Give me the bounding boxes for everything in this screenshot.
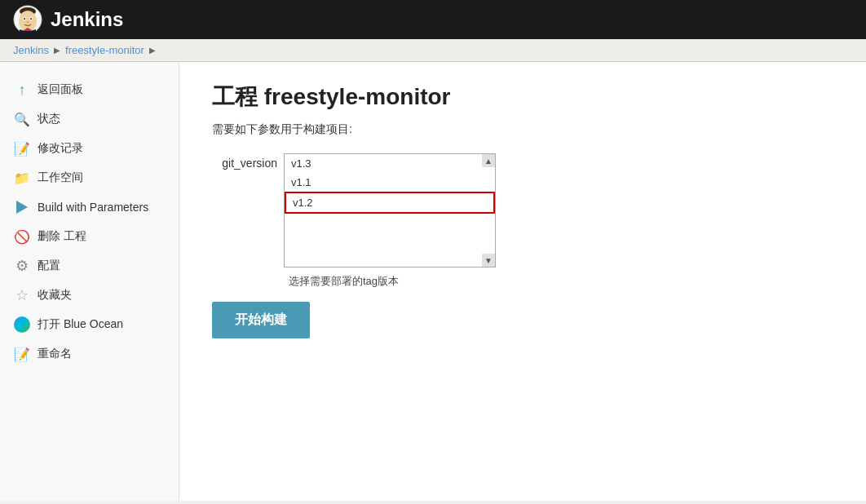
delete-icon — [13, 228, 31, 245]
list-item-v13[interactable]: v1.3 — [285, 154, 495, 173]
breadcrumb-project[interactable]: freestyle-monitor — [65, 44, 144, 56]
rename-icon — [13, 345, 31, 363]
sidebar-label-rename: 重命名 — [38, 347, 72, 361]
breadcrumb-sep-2: ▶ — [149, 46, 156, 55]
param-listbox[interactable]: v1.3 v1.1 v1.2 — [284, 153, 496, 267]
search-icon — [13, 110, 31, 128]
ocean-icon — [13, 316, 31, 334]
star-icon — [13, 286, 31, 304]
build-button[interactable]: 开始构建 — [212, 302, 310, 338]
sidebar-item-rename[interactable]: 重命名 — [0, 339, 179, 369]
sidebar-label-delete: 删除 工程 — [38, 229, 86, 244]
sidebar-label-workspace: 工作空间 — [38, 170, 83, 185]
list-item-v11[interactable]: v1.1 — [285, 173, 495, 192]
breadcrumb: Jenkins ▶ freestyle-monitor ▶ — [0, 39, 866, 62]
sidebar-item-workspace[interactable]: 工作空间 — [0, 163, 179, 192]
main-layout: 返回面板 状态 修改记录 工作空间 Build with Parameters — [0, 62, 866, 501]
list-item-v12[interactable]: v1.2 — [285, 192, 495, 214]
sidebar-label-config: 配置 — [38, 259, 60, 273]
app-title: Jenkins — [51, 8, 123, 31]
play-icon — [13, 198, 31, 216]
param-row: git_version v1.3 v1.1 v1.2 ▲ ▼ — [212, 153, 833, 267]
sidebar-label-changelog: 修改记录 — [38, 141, 83, 156]
sidebar-item-build-with-params[interactable]: Build with Parameters — [0, 192, 179, 222]
sidebar-item-back-to-dashboard[interactable]: 返回面板 — [0, 75, 179, 104]
up-arrow-icon — [13, 81, 31, 99]
svg-point-7 — [27, 21, 29, 23]
sidebar-item-delete[interactable]: 删除 工程 — [0, 222, 179, 251]
sidebar-label-favorites: 收藏夹 — [38, 288, 72, 303]
page-title: 工程 freestyle-monitor — [212, 82, 833, 113]
scroll-up-arrow[interactable]: ▲ — [482, 154, 495, 167]
sidebar-label-ocean: 打开 Blue Ocean — [38, 317, 123, 332]
page-subtitle: 需要如下参数用于构建项目: — [212, 122, 833, 137]
param-select-container: v1.3 v1.1 v1.2 ▲ ▼ — [284, 153, 496, 267]
param-hint: 选择需要部署的tag版本 — [289, 274, 833, 289]
breadcrumb-sep-1: ▶ — [54, 46, 60, 55]
svg-point-6 — [30, 18, 32, 20]
app-header: Jenkins — [0, 0, 866, 39]
scroll-down-arrow[interactable]: ▼ — [482, 254, 495, 267]
breadcrumb-jenkins[interactable]: Jenkins — [13, 44, 49, 56]
sidebar-item-changelog[interactable]: 修改记录 — [0, 134, 179, 163]
gear-icon — [13, 257, 31, 275]
edit-icon — [13, 139, 31, 157]
folder-icon — [13, 169, 31, 187]
main-content: 工程 freestyle-monitor 需要如下参数用于构建项目: git_v… — [179, 62, 866, 501]
sidebar-item-status[interactable]: 状态 — [0, 104, 179, 134]
sidebar-item-blue-ocean[interactable]: 打开 Blue Ocean — [0, 310, 179, 339]
param-label: git_version — [212, 153, 277, 170]
sidebar-label-status: 状态 — [38, 112, 60, 126]
sidebar-item-config[interactable]: 配置 — [0, 251, 179, 281]
svg-point-5 — [24, 18, 25, 20]
sidebar: 返回面板 状态 修改记录 工作空间 Build with Parameters — [0, 62, 179, 501]
sidebar-label-build: Build with Parameters — [38, 201, 148, 214]
jenkins-logo — [13, 5, 42, 34]
sidebar-item-favorites[interactable]: 收藏夹 — [0, 281, 179, 310]
sidebar-label-back: 返回面板 — [38, 82, 83, 97]
